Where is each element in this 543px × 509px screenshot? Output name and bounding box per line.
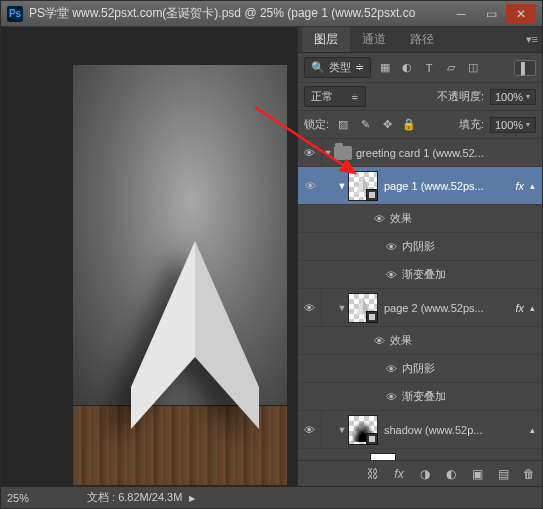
layer-thumbnail[interactable] — [348, 415, 378, 445]
fx-disclosure-icon[interactable]: ▴ — [526, 425, 539, 435]
filter-adjust-icon[interactable]: ◐ — [399, 60, 415, 76]
minimize-button[interactable]: ─ — [446, 4, 476, 24]
layer-thumbnail[interactable] — [348, 293, 378, 323]
effect-name[interactable]: 渐变叠加 — [400, 267, 446, 282]
layer-row-page2[interactable]: 👁 ▼ page 2 (www.52ps... fx ▴ — [298, 289, 542, 327]
titlebar: Ps PS学堂 www.52psxt.com(圣诞贺卡).psd @ 25% (… — [1, 1, 542, 27]
visibility-toggle[interactable]: 👁 — [370, 327, 388, 354]
search-icon: 🔍 — [311, 61, 325, 74]
visibility-toggle[interactable]: 👁 — [298, 411, 322, 448]
effects-label[interactable]: 效果 — [388, 333, 412, 348]
opacity-input[interactable]: 100% ▾ — [490, 89, 536, 105]
doc-info[interactable]: 文档 : 6.82M/24.3M ▶ — [87, 490, 195, 505]
visibility-toggle[interactable]: 👁 — [298, 167, 322, 204]
panel-menu-icon[interactable]: ▾≡ — [526, 33, 538, 46]
disclosure-triangle[interactable]: ▼ — [322, 148, 334, 158]
visibility-toggle[interactable]: 👁 — [352, 449, 370, 460]
visibility-spacer — [298, 383, 322, 410]
fx-disclosure-icon[interactable]: ▴ — [526, 303, 539, 313]
effect-inner-shadow-row[interactable]: 👁 内阴影 — [298, 233, 542, 261]
layer-name[interactable]: page 2 (www.52ps... — [384, 302, 513, 314]
svg-marker-3 — [355, 175, 363, 195]
new-group-icon[interactable]: ▣ — [468, 465, 486, 483]
layer-name[interactable]: shadow (www.52p... — [384, 424, 526, 436]
visibility-toggle[interactable]: 👁 — [298, 289, 322, 326]
canvas-area[interactable] — [1, 27, 297, 486]
blend-mode-dropdown[interactable]: 正常 ≑ — [304, 86, 366, 107]
effects-row[interactable]: 👁 效果 — [298, 205, 542, 233]
maximize-button[interactable]: ▭ — [476, 4, 506, 24]
visibility-toggle[interactable]: 👁 — [382, 233, 400, 260]
disclosure-triangle[interactable]: ▼ — [336, 181, 348, 191]
effects-row[interactable]: 👁 效果 — [298, 327, 542, 355]
new-layer-icon[interactable]: ▤ — [494, 465, 512, 483]
fx-disclosure-icon[interactable]: ▴ — [526, 181, 539, 191]
layer-group-row[interactable]: 👁 ▼ greeting card 1 (www.52... — [298, 139, 542, 167]
layer-name[interactable]: page 1 (www.52ps... — [384, 180, 513, 192]
lock-position-icon[interactable]: ✥ — [379, 117, 395, 133]
main-area: 图层 通道 路径 ▾≡ 🔍 类型 ≑ ▦ ◐ T ▱ ◫ ▌ — [1, 27, 542, 486]
delete-layer-icon[interactable]: 🗑 — [520, 465, 538, 483]
tab-layers[interactable]: 图层 — [302, 27, 350, 52]
link-layers-icon[interactable]: ⛓ — [364, 465, 382, 483]
effects-label[interactable]: 效果 — [388, 211, 412, 226]
chevron-down-icon: ▾ — [526, 92, 530, 101]
visibility-toggle[interactable]: 👁 — [382, 355, 400, 382]
document-canvas[interactable] — [73, 65, 287, 485]
chevron-down-icon: ≑ — [355, 61, 364, 74]
filter-smart-icon[interactable]: ◫ — [465, 60, 481, 76]
effect-name[interactable]: 内阴影 — [400, 361, 435, 376]
layer-row-page1[interactable]: 👁 ▼ page 1 (www.52ps... fx ▴ — [298, 167, 542, 205]
blend-mode-value: 正常 — [311, 89, 333, 104]
filter-shape-icon[interactable]: ▱ — [443, 60, 459, 76]
visibility-toggle[interactable]: 👁 — [382, 383, 400, 410]
adjustment-layer-icon[interactable]: ◐ — [442, 465, 460, 483]
app-icon: Ps — [7, 6, 23, 22]
visibility-toggle[interactable]: 👁 — [370, 205, 388, 232]
opacity-label: 不透明度: — [437, 89, 484, 104]
effect-gradient-overlay-row[interactable]: 👁 渐变叠加 — [298, 261, 542, 289]
filter-type-dropdown[interactable]: 🔍 类型 ≑ — [304, 57, 371, 78]
close-button[interactable]: ✕ — [506, 4, 536, 24]
layer-style-icon[interactable]: fx — [390, 465, 408, 483]
layers-panel-footer: ⛓ fx ◑ ◐ ▣ ▤ 🗑 — [298, 460, 542, 486]
lock-all-icon[interactable]: 🔒 — [401, 117, 417, 133]
visibility-spacer — [298, 261, 322, 288]
visibility-toggle[interactable]: 👁 — [298, 139, 322, 166]
tab-channels[interactable]: 通道 — [350, 27, 398, 52]
doc-info-menu-icon[interactable]: ▶ — [189, 494, 195, 503]
filter-toggle-switch[interactable]: ▌ — [514, 60, 536, 76]
fill-label: 填充: — [459, 117, 484, 132]
greeting-card-object — [121, 237, 269, 429]
effect-name[interactable]: 渐变叠加 — [400, 389, 446, 404]
fx-badge[interactable]: fx — [513, 302, 526, 314]
zoom-level[interactable]: 25% — [7, 492, 67, 504]
layer-row-shadow[interactable]: 👁 ▼ shadow (www.52p... ▴ — [298, 411, 542, 449]
disclosure-triangle[interactable]: ▼ — [336, 303, 348, 313]
layer-name[interactable]: greeting card 1 (www.52... — [356, 147, 539, 159]
effect-inner-shadow-row[interactable]: 👁 内阴影 — [298, 355, 542, 383]
lock-transparency-icon[interactable]: ▨ — [335, 117, 351, 133]
effect-gradient-overlay-row[interactable]: 👁 渐变叠加 — [298, 383, 542, 411]
disclosure-triangle[interactable]: ▼ — [336, 425, 348, 435]
smart-filters-row[interactable]: 👁 智能滤镜 — [298, 449, 542, 460]
window-controls: ─ ▭ ✕ — [446, 4, 536, 24]
layers-panel: 图层 通道 路径 ▾≡ 🔍 类型 ≑ ▦ ◐ T ▱ ◫ ▌ — [297, 27, 542, 486]
app-window: Ps PS学堂 www.52psxt.com(圣诞贺卡).psd @ 25% (… — [0, 0, 543, 509]
smart-filters-label[interactable]: 智能滤镜 — [402, 458, 448, 460]
filter-pixel-icon[interactable]: ▦ — [377, 60, 393, 76]
blend-opacity-row: 正常 ≑ 不透明度: 100% ▾ — [298, 83, 542, 111]
filter-mask-thumbnail[interactable] — [370, 453, 396, 461]
visibility-toggle[interactable]: 👁 — [382, 261, 400, 288]
layer-mask-icon[interactable]: ◑ — [416, 465, 434, 483]
lock-fill-row: 锁定: ▨ ✎ ✥ 🔒 填充: 100% ▾ — [298, 111, 542, 139]
layer-thumbnail[interactable] — [348, 171, 378, 201]
tab-paths[interactable]: 路径 — [398, 27, 446, 52]
filter-type-icon[interactable]: T — [421, 60, 437, 76]
fx-badge[interactable]: fx — [513, 180, 526, 192]
folder-icon — [334, 146, 352, 160]
effect-name[interactable]: 内阴影 — [400, 239, 435, 254]
layer-list[interactable]: 👁 ▼ greeting card 1 (www.52... 👁 ▼ page … — [298, 139, 542, 460]
lock-pixels-icon[interactable]: ✎ — [357, 117, 373, 133]
fill-input[interactable]: 100% ▾ — [490, 117, 536, 133]
